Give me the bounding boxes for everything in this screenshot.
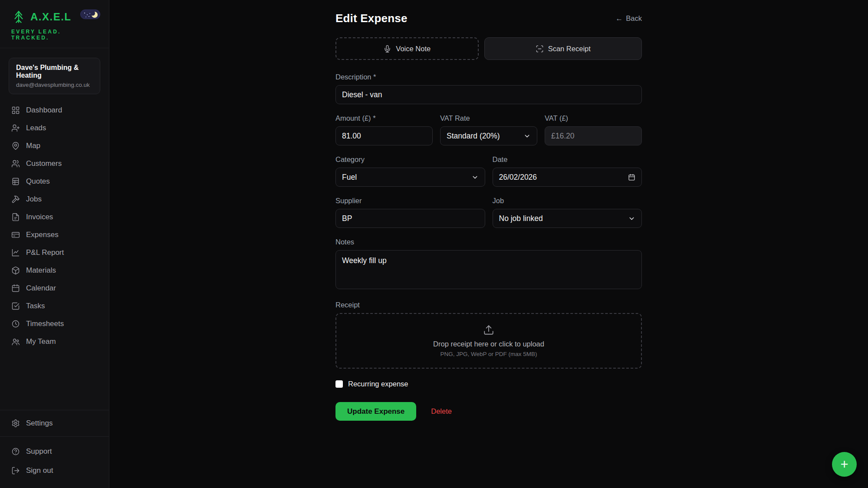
- sidebar-item-label: Leads: [26, 124, 46, 132]
- description-label: Description *: [335, 73, 642, 81]
- user-name: Dave's Plumbing & Heating: [16, 64, 93, 79]
- sidebar-item-expenses[interactable]: Expenses: [0, 226, 109, 244]
- brand-name: A.X.E.L: [30, 11, 72, 23]
- page-header: Edit Expense ← Back: [335, 12, 642, 25]
- sidebar-item-settings[interactable]: Settings: [0, 413, 109, 434]
- sidebar-item-label: Dashboard: [26, 106, 62, 115]
- notes-field: Notes Weekly fill up: [335, 238, 642, 291]
- sidebar-item-customers[interactable]: Customers: [0, 155, 109, 172]
- help-circle-icon: [11, 447, 20, 456]
- vat-rate-select[interactable]: Standard (20%): [440, 126, 537, 145]
- moon-icon: [92, 12, 98, 18]
- delete-button[interactable]: Delete: [431, 407, 452, 415]
- file-text-icon: [11, 213, 20, 221]
- recurring-label: Recurring expense: [348, 380, 408, 388]
- dashboard-grid-icon: [11, 106, 20, 115]
- line-chart-icon: [11, 248, 20, 257]
- team-icon: [11, 337, 20, 346]
- recurring-checkbox[interactable]: [335, 380, 343, 388]
- sidebar-item-leads[interactable]: Leads: [0, 119, 109, 137]
- stars-icon: [84, 13, 85, 13]
- sidebar-nav: Dashboard Leads Map Customers Quotes: [0, 101, 109, 350]
- sidebar-item-label: Timesheets: [26, 320, 64, 328]
- main-content: Edit Expense ← Back Voice Note Scan Rece…: [109, 0, 868, 488]
- vat-rate-value: Standard (20%): [447, 132, 500, 141]
- axel-logo-icon: [11, 10, 26, 24]
- sidebar-item-tasks[interactable]: Tasks: [0, 297, 109, 315]
- sidebar-item-label: Expenses: [26, 231, 59, 239]
- sidebar-item-label: My Team: [26, 337, 56, 346]
- scan-icon: [536, 45, 544, 53]
- sidebar-item-label: Tasks: [26, 302, 45, 310]
- receipt-dropzone[interactable]: Drop receipt here or click to upload PNG…: [335, 313, 642, 369]
- sidebar-item-label: Customers: [26, 159, 62, 168]
- buttons-row: Update Expense Delete: [335, 402, 642, 421]
- user-plus-icon: [11, 124, 20, 132]
- users-icon: [11, 159, 20, 168]
- user-card[interactable]: Dave's Plumbing & Heating dave@davesplum…: [9, 58, 100, 94]
- clock-icon: [11, 320, 20, 328]
- job-select[interactable]: No job linked: [493, 209, 642, 228]
- sidebar-item-dashboard[interactable]: Dashboard: [0, 101, 109, 119]
- gear-icon: [11, 419, 20, 428]
- sidebar-item-pnl-report[interactable]: P&L Report: [0, 244, 109, 261]
- quote-sheet-icon: [11, 177, 20, 186]
- voice-note-button[interactable]: Voice Note: [335, 37, 479, 60]
- supplier-job-row: Supplier Job No job linked: [335, 197, 642, 228]
- sign-out-icon: [11, 466, 20, 475]
- sidebar-item-support[interactable]: Support: [0, 442, 109, 461]
- chevron-down-icon: [523, 132, 531, 140]
- notes-textarea[interactable]: Weekly fill up: [335, 250, 642, 289]
- category-value: Fuel: [342, 173, 357, 182]
- add-expense-fab[interactable]: +: [832, 452, 857, 477]
- back-arrow-icon: ←: [615, 14, 623, 23]
- page-title: Edit Expense: [335, 12, 408, 25]
- package-icon: [11, 266, 20, 275]
- sidebar-item-calendar[interactable]: Calendar: [0, 279, 109, 297]
- date-value: 26/02/2026: [499, 173, 537, 182]
- chevron-down-icon: [628, 215, 635, 222]
- category-label: Category: [335, 155, 485, 164]
- logo-section: A.X.E.L EVERY LEAD. TRACKED.: [0, 0, 109, 48]
- credit-card-icon: [11, 231, 20, 239]
- dropzone-text: Drop receipt here or click to upload: [433, 340, 544, 348]
- job-label: Job: [493, 197, 642, 205]
- sidebar-item-invoices[interactable]: Invoices: [0, 208, 109, 226]
- vat-label: VAT (£): [545, 114, 642, 122]
- amount-input[interactable]: [335, 126, 433, 145]
- sidebar-item-label: P&L Report: [26, 248, 64, 257]
- sidebar-item-jobs[interactable]: Jobs: [0, 190, 109, 208]
- sidebar-item-materials[interactable]: Materials: [0, 261, 109, 279]
- category-date-row: Category Fuel Date 26/02/2026: [335, 155, 642, 187]
- action-row: Voice Note Scan Receipt: [335, 37, 642, 60]
- sidebar-bottom: Settings Support Sign out: [0, 410, 109, 488]
- update-expense-button[interactable]: Update Expense: [335, 402, 416, 421]
- theme-toggle[interactable]: [80, 10, 100, 19]
- sidebar-item-map[interactable]: Map: [0, 137, 109, 155]
- sidebar-item-timesheets[interactable]: Timesheets: [0, 315, 109, 333]
- sidebar-item-label: Support: [26, 447, 52, 456]
- back-label: Back: [626, 14, 642, 23]
- brand-tagline: EVERY LEAD. TRACKED.: [11, 29, 99, 41]
- amount-vat-row: Amount (£) * VAT Rate Standard (20%) VAT…: [335, 114, 642, 145]
- sidebar-item-label: Calendar: [26, 284, 56, 293]
- calendar-icon: [11, 284, 20, 293]
- amount-label: Amount (£) *: [335, 114, 433, 122]
- supplier-label: Supplier: [335, 197, 485, 205]
- sidebar-item-sign-out[interactable]: Sign out: [0, 461, 109, 480]
- sidebar-item-label: Materials: [26, 266, 56, 275]
- job-value: No job linked: [499, 214, 543, 223]
- chevron-down-icon: [471, 174, 479, 181]
- receipt-label: Receipt: [335, 301, 642, 309]
- scan-receipt-label: Scan Receipt: [548, 45, 591, 53]
- category-select[interactable]: Fuel: [335, 168, 485, 187]
- back-button[interactable]: ← Back: [615, 14, 642, 23]
- sidebar-item-label: Sign out: [26, 466, 53, 475]
- sidebar-item-quotes[interactable]: Quotes: [0, 172, 109, 190]
- vat-rate-label: VAT Rate: [440, 114, 537, 122]
- description-input[interactable]: [335, 85, 642, 104]
- supplier-input[interactable]: [335, 209, 485, 228]
- scan-receipt-button[interactable]: Scan Receipt: [484, 37, 642, 60]
- date-input[interactable]: 26/02/2026: [493, 168, 642, 187]
- sidebar-item-my-team[interactable]: My Team: [0, 333, 109, 350]
